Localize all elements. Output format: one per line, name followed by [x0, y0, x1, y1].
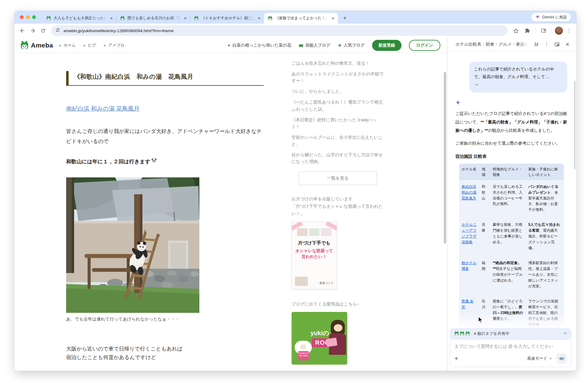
- table-header-cell: 特徴的なグルメ・朝食: [490, 164, 526, 180]
- panel-menu-icon[interactable]: ⋮: [542, 40, 551, 49]
- expand-message-icon[interactable]: [475, 82, 562, 89]
- hotel-name-link[interactable]: ホテルニューアワジプラザ淡路島: [462, 222, 477, 244]
- shared-tab-favicons: [454, 331, 471, 336]
- gourmet-cell: **絶品の和定食。**明太子など福岡の味覚がテーブルに運ばれる。: [490, 256, 526, 295]
- header-link-star[interactable]: ★人気ブログ: [338, 43, 365, 48]
- page-scrollbar[interactable]: [443, 38, 447, 371]
- maximize-window-button[interactable]: [32, 15, 36, 19]
- sidebar-entry-link[interactable]: 空前のシールブームに、全小学生に伝えたいこと。: [292, 134, 384, 147]
- gemini-panel-header: ホテル比較表：朝食・グルメ・家族向け ⋮ ✕: [447, 38, 576, 51]
- triangle-icon: ▶: [84, 44, 86, 47]
- panel-scrollbar[interactable]: [574, 81, 575, 169]
- region-cell: 和歌山: [479, 180, 490, 218]
- hotel-comparison-table: ホテル名地域特徴的なグルメ・朝食家族・子連れに嬉しいポイント 南紀白浜 和みの湯…: [459, 164, 564, 333]
- gemini-panel-title: ホテル比較表：朝食・グルメ・家族向け: [455, 42, 528, 47]
- chrome-menu-icon[interactable]: ⋮: [565, 28, 573, 34]
- gourmet-cell: 目でも楽しめる工夫された料理。入浴後のコーヒー牛乳が無料。: [490, 180, 526, 218]
- gourmet-cell: 朝食に「のどぐろの一夜干し」。夜21～23時は無料の蕎麦あり。: [490, 295, 526, 333]
- sidebar-entry-link[interactable]: ついに、やらかしました。: [292, 88, 384, 95]
- minimize-window-button[interactable]: [26, 15, 30, 19]
- browser-window: 大人も子どもも大満足だった淡路✕雨でも楽しめる石川のお宿「雨庵✕《ドキおすすめホ…: [14, 11, 576, 371]
- close-window-button[interactable]: [20, 15, 24, 19]
- table-row: 南紀白浜 和みの湯 花鳥風月和歌山目でも楽しめる工夫された料理。入浴後のコーヒー…: [459, 180, 564, 218]
- book-cover-image[interactable]: 片づけ下手でも オシャレな部屋って 言われたい！ 部屋づくり: [292, 222, 337, 289]
- book-quote-text: 「片づけ下手でもオシャレな部屋って言われたい！」: [292, 203, 384, 218]
- signup-button[interactable]: 新規登録: [372, 40, 401, 51]
- gemini-conversation: これらの記事で紹介されているホテルの中で、最高の朝食、グルメ料理、そして… ご提…: [447, 51, 576, 371]
- tab-close-icon[interactable]: ✕: [109, 16, 114, 21]
- browser-tab[interactable]: 大人も子どもも大満足だった淡路✕: [43, 13, 116, 24]
- view-all-button[interactable]: 一覧を見る: [299, 172, 377, 185]
- close-panel-icon[interactable]: ✕: [563, 40, 572, 49]
- voice-input-button[interactable]: [556, 353, 567, 364]
- breadcrumb-item[interactable]: ▶ホーム: [59, 43, 76, 48]
- header-link-sparkle[interactable]: ✦白菜の根っこから咲いた菜の花: [227, 43, 291, 48]
- panda-photo: [66, 177, 199, 313]
- ameba-header-links: ✦白菜の根っこから咲いた菜の花芸能人ブログ★人気ブログ新規登録ログイン: [227, 40, 440, 51]
- ameba-favicon: [46, 16, 51, 21]
- tab-close-icon[interactable]: ✕: [330, 16, 335, 21]
- hotel-name-link[interactable]: 雨庵 金沢: [462, 299, 473, 309]
- sheep-sign: ROOM OF THE YEAR: [298, 351, 309, 360]
- header-link-crown[interactable]: 芸能人ブログ: [299, 43, 330, 48]
- user-message-bubble: これらの記事で紹介されているホテルの中で、最高の朝食、グルメ料理、そして…: [469, 62, 567, 93]
- sidebar-entry-link[interactable]: ごはんを炊き忘れた時の救世主、現る！: [292, 60, 384, 66]
- table-header-cell: ホテル名: [459, 164, 479, 180]
- region-cell: 兵庫: [479, 218, 490, 256]
- blog-page: Ameba ▶ホーム▶ピグ▶アメブロ ✦白菜の根っこから咲いた菜の花芸能人ブログ…: [14, 38, 447, 371]
- extensions-icon[interactable]: [522, 26, 532, 36]
- ameba-favicon: [465, 331, 470, 336]
- gemini-sparkle-icon: [455, 100, 568, 106]
- article-title: 《和歌山》南紀白浜 和みの湯 花鳥風月: [66, 71, 264, 86]
- toolbar-divider: [552, 28, 552, 34]
- gemini-consult-button[interactable]: Gemini に相談: [531, 13, 571, 21]
- entry-list: ごはんを炊き忘れた時の救世主、現る！あのスウェットライクニットがまさかの半額です…: [292, 60, 384, 165]
- yuki-room-banner[interactable]: ROOM OF THE YEAR yukiの ROOM: [292, 312, 347, 365]
- url-text: ameblo.jp/yukihomelife/entry-12890380094…: [63, 28, 174, 33]
- add-attachment-icon[interactable]: +: [454, 355, 462, 362]
- browser-tab[interactable]: 《家族で泊まってよかった！》子✕: [264, 13, 338, 24]
- sidebar-entry-link[interactable]: 目から鱗だった、山芋のすり下ろし方法で幸せになった理由。: [292, 151, 384, 165]
- tab-close-icon[interactable]: ✕: [183, 16, 188, 21]
- sidebar-entry-link[interactable]: 《ぺたんこ髪民あつまれ！》電気ブラシで根元ふわっとした話。: [292, 99, 384, 112]
- new-tab-button[interactable]: +: [341, 14, 349, 22]
- tab-share-bar[interactable]: 4 個のタブを共有中: [450, 328, 571, 339]
- address-bar[interactable]: ameblo.jp/yukihomelife/entry-12890380094…: [51, 25, 508, 36]
- traffic-lights: [20, 15, 36, 19]
- forward-button[interactable]: [28, 26, 38, 36]
- bookmark-star-icon[interactable]: [511, 26, 521, 36]
- sidebar-entry-link[interactable]: あのスウェットライクニットがまさかの半額です〜！: [292, 70, 384, 84]
- hotel-name-link[interactable]: 都ホテル博多: [462, 261, 477, 271]
- ameba-favicon: [460, 331, 465, 336]
- side-panel-icon[interactable]: [539, 26, 548, 36]
- breadcrumb-item[interactable]: ▶アメブロ: [104, 43, 125, 48]
- browser-tab[interactable]: 《ドキおすすめホテル》朝ごはん✕: [190, 13, 264, 24]
- ameba-mascot-icon: [20, 41, 29, 50]
- panda-emoji-icon: [151, 158, 157, 165]
- collapse-share-icon[interactable]: [563, 331, 567, 336]
- browser-tab[interactable]: 雨でも楽しめる石川のお宿「雨庵✕: [116, 13, 190, 24]
- mode-selector[interactable]: 高速モード: [527, 356, 552, 361]
- back-button[interactable]: [17, 26, 27, 36]
- tab-list: 大人も子どもも大満足だった淡路✕雨でも楽しめる石川のお宿「雨庵✕《ドキおすすめホ…: [43, 13, 338, 24]
- sidebar-entry-link[interactable]: 《本日限定》絶対に買いたかった３wayハット！: [292, 116, 384, 130]
- edit-icon[interactable]: [532, 40, 541, 49]
- login-button[interactable]: ログイン: [409, 40, 440, 51]
- profile-avatar[interactable]: [555, 27, 563, 35]
- tab-close-icon[interactable]: ✕: [257, 16, 262, 21]
- hotel-name-link[interactable]: 南紀白浜 和みの湯 花鳥風月: [462, 184, 477, 200]
- gemini-sparkle-icon: [535, 14, 540, 20]
- ameba-logo[interactable]: Ameba: [20, 41, 53, 50]
- hotel-link[interactable]: 南紀白浜 和みの湯 花鳥風月: [66, 105, 139, 113]
- star-icon: ★: [338, 43, 342, 48]
- pin-panel-icon[interactable]: [552, 40, 562, 49]
- ameba-favicon: [120, 16, 125, 21]
- site-settings-icon[interactable]: [55, 28, 60, 34]
- article-column: 《和歌山》南紀白浜 和みの湯 花鳥風月 南紀白浜 和みの湯 花鳥風月 皆さんご存…: [66, 71, 264, 362]
- mouse-cursor: [477, 317, 484, 324]
- gemini-prompt-input[interactable]: [454, 344, 567, 349]
- reload-button[interactable]: [38, 26, 48, 36]
- table-header-row: ホテル名地域特徴的なグルメ・朝食家族・子連れに嬉しいポイント: [459, 164, 564, 180]
- breadcrumb-item[interactable]: ▶ピグ: [84, 43, 96, 48]
- triangle-icon: ▶: [104, 44, 106, 47]
